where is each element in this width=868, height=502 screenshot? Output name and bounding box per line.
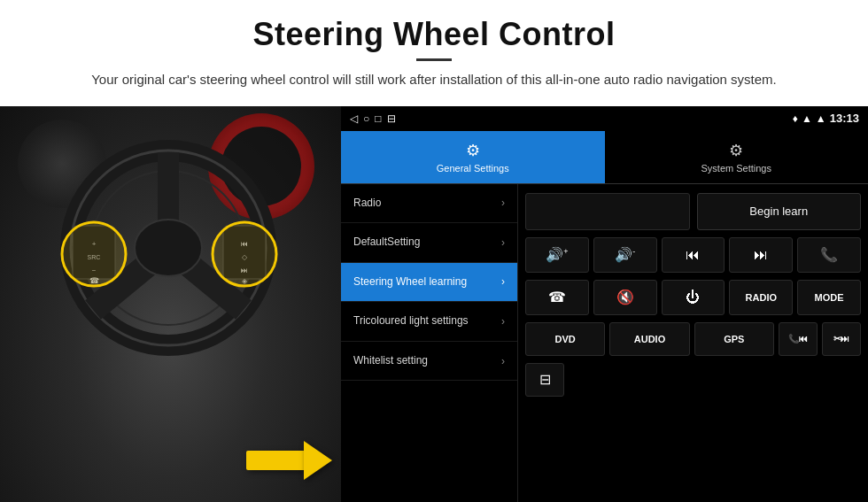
signal-icon: ▲ <box>816 112 826 125</box>
usb-row: ⊟ <box>525 363 861 397</box>
next-track-icon: ⏭ <box>754 247 768 263</box>
sw-background: + SRC − ☎ ⏮ ◇ ⏭ ◈ <box>0 106 341 503</box>
menu-item-whitelist-label: Whitelist setting <box>353 354 428 368</box>
menu-item-radio-label: Radio <box>353 197 381 211</box>
menu-item-tricolour-label: Tricoloured light settings <box>353 314 469 328</box>
audio-button[interactable]: AUDIO <box>609 322 689 356</box>
tab-general-settings[interactable]: ⚙ General Settings <box>341 131 605 183</box>
status-bar-left: ◁ ○ □ ⊟ <box>350 112 396 125</box>
menu-list: Radio › DefaultSetting › Steering Wheel … <box>341 184 518 503</box>
power-icon: ⏻ <box>686 290 700 305</box>
system-settings-icon: ⚙ <box>729 141 743 160</box>
prev-track-icon: ⏮ <box>686 247 700 263</box>
phone-prev-button[interactable]: 📞⏮ <box>779 322 818 356</box>
menu-icon: ⊟ <box>387 112 396 125</box>
mode-button[interactable]: MODE <box>797 280 861 315</box>
control-row-2: ☎ 🔇 ⏻ RADIO MODE <box>525 280 861 315</box>
next-track-button[interactable]: ⏭ <box>729 237 793 273</box>
button-grid-panel: Begin learn 🔊+ 🔊- ⏮ <box>518 184 868 503</box>
page-title: Steering Wheel Control <box>18 16 850 53</box>
chevron-icon-radio: › <box>501 197 505 209</box>
menu-item-default[interactable]: DefaultSetting › <box>341 223 517 263</box>
control-row-3: DVD AUDIO GPS 📞⏮ ✂⏭ <box>525 322 861 356</box>
mode-label: MODE <box>815 292 844 303</box>
android-panel: ◁ ○ □ ⊟ ♦ ▲ ▲ 13:13 ⚙ General Settings <box>341 106 868 503</box>
vol-up-button[interactable]: 🔊+ <box>525 237 589 273</box>
menu-item-default-label: DefaultSetting <box>353 236 420 250</box>
steering-wheel-svg: + SRC − ☎ ⏮ ◇ ⏭ ◈ <box>27 133 310 372</box>
power-button[interactable]: ⏻ <box>662 280 725 315</box>
arrow-shaft <box>246 451 304 470</box>
menu-item-steering-label: Steering Wheel learning <box>353 275 467 290</box>
status-bar: ◁ ○ □ ⊟ ♦ ▲ ▲ 13:13 <box>341 106 868 131</box>
skip-next-button[interactable]: ✂⏭ <box>822 322 861 356</box>
menu-item-whitelist[interactable]: Whitelist setting › <box>341 342 517 382</box>
radio-label: RADIO <box>746 292 777 303</box>
top-row: Begin learn <box>525 193 861 230</box>
chevron-icon-whitelist: › <box>501 355 505 367</box>
radio-button[interactable]: RADIO <box>729 280 793 315</box>
svg-point-17 <box>62 222 126 286</box>
arrow-head <box>304 441 332 480</box>
empty-box <box>525 193 690 230</box>
title-divider <box>416 58 452 61</box>
gps-button[interactable]: GPS <box>694 322 774 356</box>
vol-up-icon: 🔊+ <box>546 246 568 263</box>
phone-icon: 📞 <box>820 246 838 263</box>
prev-track-button[interactable]: ⏮ <box>662 237 725 273</box>
mute-button[interactable]: 🔇 <box>593 280 657 315</box>
yellow-arrow <box>246 441 332 480</box>
tab-general-label: General Settings <box>437 163 509 174</box>
usb-icon: ⊟ <box>539 371 551 388</box>
header-section: Steering Wheel Control Your original car… <box>0 0 868 99</box>
content-area: + SRC − ☎ ⏮ ◇ ⏭ ◈ <box>0 106 868 503</box>
chevron-icon-steering: › <box>501 275 505 288</box>
call-button[interactable]: ☎ <box>525 280 589 315</box>
menu-item-steering[interactable]: Steering Wheel learning › <box>341 263 517 303</box>
call-icon: ☎ <box>548 289 566 305</box>
skip-next-icon: ✂⏭ <box>833 334 849 344</box>
chevron-icon-default: › <box>501 236 505 249</box>
tab-system-settings[interactable]: ⚙ System Settings <box>605 131 869 183</box>
svg-point-6 <box>135 220 202 276</box>
phone-prev-icon: 📞⏮ <box>788 334 808 344</box>
back-icon: ◁ <box>350 112 358 125</box>
wifi-icon: ▲ <box>802 112 812 125</box>
usb-button[interactable]: ⊟ <box>525 363 564 397</box>
settings-body: Radio › DefaultSetting › Steering Wheel … <box>341 184 868 503</box>
home-icon: ○ <box>363 112 369 125</box>
mute-icon: 🔇 <box>616 289 634 305</box>
status-bar-right: ♦ ▲ ▲ 13:13 <box>793 112 859 125</box>
begin-learn-button[interactable]: Begin learn <box>697 193 862 230</box>
menu-item-radio[interactable]: Radio › <box>341 184 517 224</box>
status-time: 13:13 <box>830 112 859 125</box>
dvd-button[interactable]: DVD <box>525 322 605 356</box>
vol-down-button[interactable]: 🔊- <box>593 237 657 273</box>
vol-down-icon: 🔊- <box>615 246 635 263</box>
location-icon: ♦ <box>793 112 798 125</box>
steering-wheel-photo: + SRC − ☎ ⏮ ◇ ⏭ ◈ <box>0 106 341 503</box>
subtitle: Your original car's steering wheel contr… <box>71 70 797 90</box>
chevron-icon-tricolour: › <box>501 315 505 328</box>
phone-button[interactable]: 📞 <box>797 237 861 273</box>
general-settings-icon: ⚙ <box>466 141 480 160</box>
control-row-1: 🔊+ 🔊- ⏮ ⏭ 📞 <box>525 237 861 273</box>
tab-bar: ⚙ General Settings ⚙ System Settings <box>341 131 868 184</box>
tab-system-label: System Settings <box>701 163 771 174</box>
svg-point-18 <box>213 222 276 286</box>
recents-icon: □ <box>375 112 381 125</box>
menu-item-tricolour[interactable]: Tricoloured light settings › <box>341 302 517 342</box>
